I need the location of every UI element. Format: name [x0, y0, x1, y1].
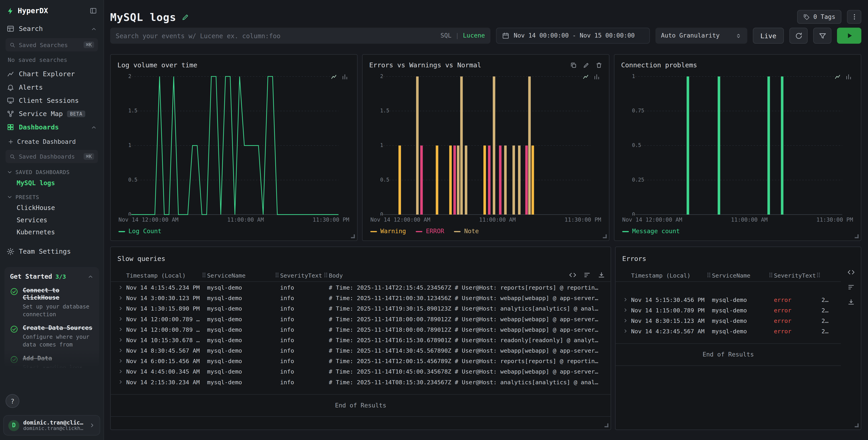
sidebar-item-team-settings[interactable]: Team Settings: [0, 245, 103, 258]
column-settings-icon[interactable]: [847, 283, 855, 291]
help-button[interactable]: ?: [5, 394, 19, 408]
column-settings-icon[interactable]: [583, 271, 591, 279]
row-expander-icon[interactable]: [115, 295, 126, 300]
saved-dashboards-input[interactable]: Saved Dashboards ⌘K: [5, 150, 98, 163]
column-drag-handle-icon[interactable]: [767, 271, 775, 279]
column-drag-handle-icon[interactable]: [274, 271, 281, 279]
panel-resize-handle[interactable]: [351, 234, 355, 238]
column-drag-handle-icon[interactable]: [705, 271, 712, 279]
table-row[interactable]: Nov 14 2:15:30.234 AMmysql-demoinfo# Tim…: [111, 376, 611, 387]
line-chart-toggle-icon[interactable]: [583, 73, 589, 80]
table-row[interactable]: Nov 14 12:00:00.789 PMmysql-demoinfo# Ti…: [111, 313, 611, 324]
sidebar-preset-clickhouse[interactable]: ClickHouse: [0, 202, 103, 214]
run-query-button[interactable]: [837, 28, 861, 43]
column-drag-handle-icon[interactable]: [322, 271, 330, 279]
line-chart-toggle-icon[interactable]: [834, 73, 841, 80]
tags-button[interactable]: 0 Tags: [797, 10, 841, 24]
lucene-toggle[interactable]: Lucene: [463, 32, 485, 39]
table-row[interactable]: Nov 14 6:00:15.456 AMmysql-demoinfo# Tim…: [111, 356, 611, 366]
saved-dashboards-section-header[interactable]: SAVED DASHBOARDS: [0, 164, 103, 177]
granularity-select[interactable]: Auto Granularity: [655, 28, 747, 43]
get-started-step[interactable]: Connect to ClickHouse Set up your databa…: [10, 287, 94, 318]
event-search-input[interactable]: Search your events w/ Lucene ex. column:…: [110, 28, 491, 43]
user-profile[interactable]: D dominic.tran@clic... dominic.tran@clic…: [3, 415, 100, 436]
sidebar-item-alerts[interactable]: Alerts: [0, 81, 103, 94]
table-row[interactable]: Nov 14 1:30:15.890 PMmysql-demoinfo# Tim…: [111, 303, 611, 313]
sidebar-item-dashboards[interactable]: Dashboards: [0, 121, 103, 134]
column-drag-handle-icon[interactable]: [815, 271, 822, 279]
column-header[interactable]: SeverityText: [280, 272, 329, 278]
sidebar-dashboard-mysql-logs[interactable]: MySQL logs: [0, 177, 103, 189]
table-row[interactable]: Nov 14 10:15:30.678 AMmysql-demoinfo# Ti…: [111, 334, 611, 345]
row-expander-icon[interactable]: [115, 379, 126, 384]
date-range-input[interactable]: Nov 14 00:00:00 - Nov 15 00:00:00: [496, 28, 650, 43]
row-expander-icon[interactable]: [115, 316, 126, 321]
download-icon[interactable]: [847, 299, 855, 306]
edit-chart-icon[interactable]: [583, 62, 590, 68]
sidebar-item-service-map[interactable]: Service Map BETA: [0, 107, 103, 120]
sidebar-collapse-icon[interactable]: [90, 7, 97, 14]
sidebar-item-client-sessions[interactable]: Client Sessions: [0, 94, 103, 107]
row-expander-icon[interactable]: [115, 347, 126, 353]
row-expander-icon[interactable]: [115, 305, 126, 311]
legend-item[interactable]: ERROR: [416, 228, 444, 235]
download-icon[interactable]: [598, 271, 605, 279]
row-expander-icon[interactable]: [115, 327, 126, 332]
search-section-header[interactable]: Search: [0, 21, 103, 37]
table-row[interactable]: Nov 14 3:00:30.123 PMmysql-demoinfo# Tim…: [111, 292, 611, 303]
legend-item[interactable]: Note: [454, 228, 479, 235]
table-row[interactable]: Nov 14 12:00:00.789 PMmysql-demoinfo# Ti…: [111, 324, 611, 334]
row-expander-icon[interactable]: [115, 368, 126, 374]
line-chart-toggle-icon[interactable]: [331, 73, 337, 80]
column-header[interactable]: ServiceName: [712, 272, 774, 278]
duplicate-chart-icon[interactable]: [570, 62, 577, 68]
column-header[interactable]: Timestamp (Local): [631, 272, 712, 278]
live-button[interactable]: Live: [753, 28, 784, 43]
column-header[interactable]: Timestamp (Local): [126, 272, 207, 278]
panel-resize-handle[interactable]: [855, 424, 859, 427]
create-dashboard-button[interactable]: Create Dashboard: [0, 134, 103, 149]
sidebar-preset-services[interactable]: Services: [0, 214, 103, 226]
sidebar-item-chart-explorer[interactable]: Chart Explorer: [0, 67, 103, 80]
bar-chart-toggle-icon[interactable]: [845, 73, 852, 80]
column-header[interactable]: ServiceName: [207, 272, 280, 278]
column-drag-handle-icon[interactable]: [200, 271, 208, 279]
refresh-button[interactable]: [789, 28, 808, 43]
panel-resize-handle[interactable]: [855, 234, 859, 238]
table-row[interactable]: Nov 14 4:15:45.234 PMmysql-demoinfo# Tim…: [111, 282, 611, 292]
table-row[interactable]: Nov 14 8:30:45.567 AMmysql-demoinfo# Tim…: [111, 345, 611, 356]
row-expander-icon[interactable]: [620, 297, 631, 302]
row-expander-icon[interactable]: [620, 317, 631, 323]
view-source-icon[interactable]: [569, 271, 576, 279]
table-row[interactable]: Nov 14 5:15:30.456 PMmysql-demoerror2025…: [616, 294, 841, 305]
edit-title-icon[interactable]: [182, 13, 189, 21]
sql-toggle[interactable]: SQL: [441, 32, 452, 39]
row-expander-icon[interactable]: [620, 307, 631, 313]
column-header[interactable]: Body: [329, 272, 569, 278]
row-expander-icon[interactable]: [115, 358, 126, 363]
table-row[interactable]: Nov 14 8:30:15.123 AMmysql-demoerror2025…: [616, 315, 841, 326]
delete-chart-icon[interactable]: [596, 62, 602, 68]
row-expander-icon[interactable]: [115, 284, 126, 290]
sidebar-preset-kubernetes[interactable]: Kubernetes: [0, 226, 103, 238]
table-row[interactable]: Nov 14 4:45:00.345 AMmysql-demoinfo# Tim…: [111, 366, 611, 376]
row-expander-icon[interactable]: [620, 328, 631, 334]
bar-chart-toggle-icon[interactable]: [342, 73, 348, 80]
presets-section-header[interactable]: PRESETS: [0, 189, 103, 202]
bar-chart-toggle-icon[interactable]: [593, 73, 600, 80]
get-started-step[interactable]: Add Data Start sending logs, metrics, or…: [10, 355, 94, 368]
row-expander-icon[interactable]: [115, 337, 126, 342]
saved-searches-input[interactable]: Saved Searches ⌘K: [5, 38, 98, 52]
table-row[interactable]: Nov 14 4:23:45.567 AMmysql-demoerror2025…: [616, 326, 841, 336]
column-header[interactable]: SeverityText: [774, 272, 822, 278]
legend-item[interactable]: Log Count: [118, 228, 161, 235]
get-started-header[interactable]: Get Started 3/3: [10, 273, 94, 280]
legend-item[interactable]: Message count: [622, 228, 680, 235]
panel-resize-handle[interactable]: [604, 424, 609, 427]
legend-item[interactable]: Warning: [370, 228, 406, 235]
more-menu-button[interactable]: [847, 10, 861, 24]
get-started-step[interactable]: Create Data Sources Configure where your…: [10, 325, 94, 348]
table-row[interactable]: Nov 14 1:15:00.789 PMmysql-demoerror2025…: [616, 305, 841, 315]
filter-button[interactable]: [813, 28, 831, 43]
panel-resize-handle[interactable]: [603, 234, 607, 238]
